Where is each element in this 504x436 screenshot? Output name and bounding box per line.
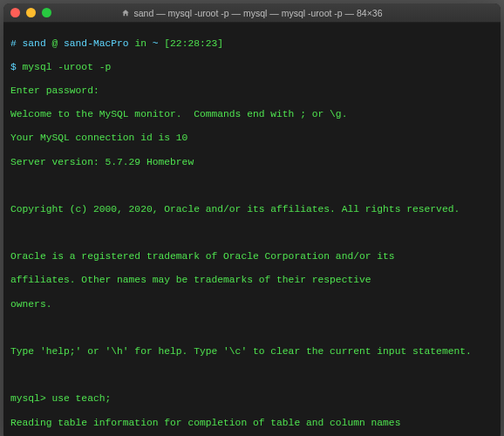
window-title-text: sand — mysql -uroot -p — mysql — mysql -… bbox=[133, 8, 382, 18]
prompt-dollar: $ bbox=[10, 62, 17, 72]
blank-line bbox=[10, 370, 494, 382]
minimize-icon[interactable] bbox=[26, 8, 36, 17]
prompt-hash: # bbox=[10, 38, 17, 49]
output-line: Welcome to the MySQL monitor. Commands e… bbox=[10, 109, 494, 121]
window-title: sand — mysql -uroot -p — mysql — mysql -… bbox=[3, 8, 501, 18]
terminal-body[interactable]: # sand @ sand-MacPro in ~ [22:28:23] $ m… bbox=[3, 23, 501, 436]
blank-line bbox=[10, 228, 494, 240]
mysql-command: use teach; bbox=[51, 393, 111, 404]
blank-line bbox=[10, 181, 494, 193]
output-line: Enter password: bbox=[10, 85, 494, 98]
home-icon bbox=[121, 9, 130, 17]
shell-command-line: $ mysql -uroot -p bbox=[10, 62, 494, 74]
shell-prompt-line: # sand @ sand-MacPro in ~ [22:28:23] bbox=[10, 38, 494, 51]
output-line: Server version: 5.7.29 Homebrew bbox=[10, 157, 494, 169]
output-line: Oracle is a registered trademark of Orac… bbox=[10, 251, 494, 263]
prompt-at: @ bbox=[51, 38, 58, 49]
blank-line bbox=[10, 323, 494, 335]
output-line: Reading table information for completion… bbox=[10, 418, 494, 430]
output-line: Copyright (c) 2000, 2020, Oracle and/or … bbox=[10, 204, 494, 216]
zoom-icon[interactable] bbox=[42, 8, 51, 17]
output-line: owners. bbox=[10, 299, 494, 311]
prompt-time: [22:28:23] bbox=[164, 38, 223, 49]
traffic-lights bbox=[10, 8, 51, 17]
terminal-window: sand — mysql -uroot -p — mysql — mysql -… bbox=[3, 3, 501, 436]
prompt-user: sand bbox=[23, 38, 46, 49]
mysql-prompt: mysql> bbox=[10, 393, 46, 404]
output-line: affiliates. Other names may be trademark… bbox=[10, 275, 494, 287]
prompt-host: sand-MacPro bbox=[64, 38, 129, 49]
close-icon[interactable] bbox=[10, 8, 20, 17]
prompt-in: in bbox=[134, 38, 146, 49]
output-line: Type 'help;' or '\h' for help. Type '\c'… bbox=[10, 346, 494, 358]
titlebar[interactable]: sand — mysql -uroot -p — mysql — mysql -… bbox=[3, 3, 501, 23]
prompt-path: ~ bbox=[153, 38, 159, 49]
mysql-prompt-line: mysql> use teach; bbox=[10, 393, 494, 405]
shell-command: mysql -uroot -p bbox=[23, 62, 112, 72]
output-line: Your MySQL connection id is 10 bbox=[10, 133, 494, 145]
